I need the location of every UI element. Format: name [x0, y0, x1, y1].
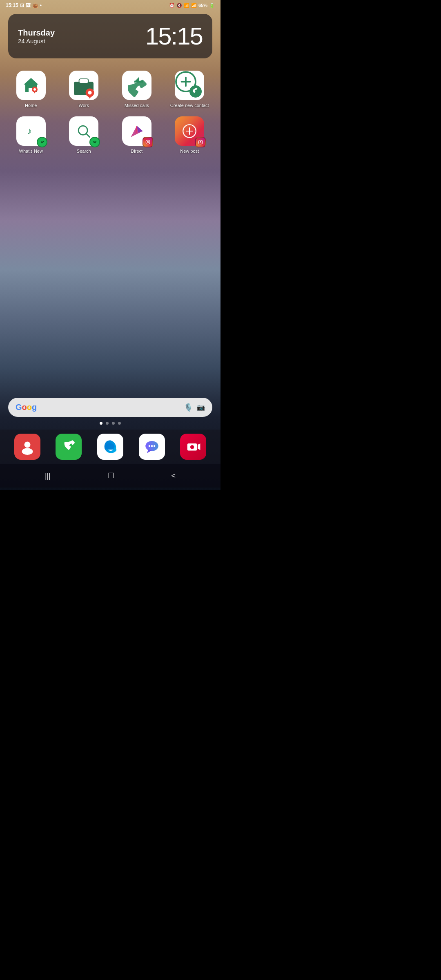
app-icon-missed-calls — [122, 71, 151, 100]
app-item-search[interactable]: Search — [60, 116, 109, 154]
mute-icon: 🔇 — [176, 3, 182, 8]
insta-badge-direct — [143, 137, 153, 147]
svg-marker-39 — [198, 443, 200, 450]
app-grid-row2: ♪ What's New — [0, 112, 220, 158]
svg-line-17 — [87, 134, 90, 137]
dock-item-edge[interactable] — [97, 434, 123, 460]
status-right: ⏰ 🔇 📶 📶 65% 🔋 — [169, 3, 215, 8]
svg-point-13 — [189, 85, 202, 98]
app-label-create-new-contact: Create new contact — [170, 102, 209, 108]
dock-item-phone[interactable] — [56, 434, 82, 460]
app-grid-row1: Home Work — [0, 67, 220, 112]
dot-icon: • — [40, 2, 42, 8]
svg-point-31 — [24, 442, 30, 448]
status-bar: 15:15 ⊡ 🖼 👜 • ⏰ 🔇 📶 📶 65% 🔋 — [0, 0, 220, 10]
app-icon-whats-new: ♪ — [16, 116, 46, 146]
app-label-search: Search — [77, 148, 91, 154]
app-icon-new-post — [175, 116, 204, 146]
svg-point-37 — [154, 445, 155, 447]
dock — [0, 430, 220, 464]
wifi-icon: 📶 — [184, 3, 189, 8]
svg-point-30 — [201, 141, 202, 141]
app-item-missed-calls[interactable]: Missed calls — [112, 71, 161, 108]
svg-point-32 — [22, 448, 33, 455]
page-dot-0[interactable] — [100, 422, 102, 425]
page-dot-3[interactable] — [118, 422, 121, 425]
datetime-widget: Thursday 24 August 15:15 — [8, 14, 212, 58]
insta-badge-new-post — [195, 137, 206, 147]
google-search-bar[interactable]: Goog 🎙️ 📷 — [8, 398, 212, 417]
app-icon-search — [69, 116, 98, 146]
svg-point-8 — [88, 91, 92, 95]
app-item-new-post[interactable]: New post — [165, 116, 214, 154]
svg-point-24 — [149, 141, 149, 141]
alarm-icon: ⏰ — [169, 3, 175, 8]
dock-item-messages[interactable] — [139, 434, 165, 460]
nav-recent-button[interactable]: ||| — [41, 470, 55, 482]
app-label-whats-new: What's New — [19, 148, 43, 154]
app-item-direct[interactable]: Direct — [112, 116, 161, 154]
time-text: 15:15 — [145, 22, 203, 50]
app-label-work: Work — [79, 102, 89, 108]
svg-point-41 — [191, 446, 193, 448]
app-icon-work — [69, 71, 98, 100]
app-icon-direct — [122, 116, 151, 146]
app-label-direct: Direct — [131, 148, 143, 154]
search-bar-container: Goog 🎙️ 📷 — [0, 398, 220, 417]
svg-point-35 — [148, 445, 150, 447]
svg-point-18 — [91, 139, 98, 145]
app-label-home: Home — [25, 102, 37, 108]
app-label-new-post: New post — [180, 148, 199, 154]
nav-bar: ||| ☐ < — [0, 464, 220, 488]
date-month: 24 August — [18, 38, 55, 45]
date-day: Thursday — [18, 28, 55, 38]
svg-point-23 — [147, 142, 149, 143]
svg-point-36 — [151, 445, 152, 447]
app-label-missed-calls: Missed calls — [125, 102, 149, 108]
nav-back-button[interactable]: < — [167, 470, 180, 482]
lens-icon[interactable]: 📷 — [197, 403, 205, 411]
svg-point-15 — [39, 139, 45, 145]
battery-icon: 🔋 — [209, 3, 215, 8]
page-dots — [0, 417, 220, 430]
dock-item-camera[interactable] — [180, 434, 206, 460]
google-logo: Goog — [16, 403, 37, 412]
app-item-whats-new[interactable]: ♪ What's New — [7, 116, 56, 154]
svg-rect-5 — [80, 79, 88, 83]
signal-icon: 📶 — [191, 3, 197, 8]
svg-point-2 — [33, 88, 36, 91]
battery-text: 65% — [198, 3, 207, 8]
page-dot-1[interactable] — [106, 422, 109, 425]
app-item-home[interactable]: Home — [7, 71, 56, 108]
app-item-create-new-contact[interactable]: Create new contact — [165, 71, 214, 108]
app-icon-create-new-contact — [175, 71, 204, 100]
status-time: 15:15 — [6, 2, 18, 8]
app-icon-home — [16, 71, 46, 100]
svg-text:♪: ♪ — [27, 126, 32, 136]
mic-icon[interactable]: 🎙️ — [184, 403, 193, 412]
dock-item-contacts[interactable] — [14, 434, 40, 460]
date-text: Thursday 24 August — [18, 28, 55, 45]
page-dot-2[interactable] — [112, 422, 115, 425]
app-item-work[interactable]: Work — [60, 71, 109, 108]
spotify-badge-whats-new — [37, 137, 47, 147]
status-left: 15:15 ⊡ 🖼 👜 • — [6, 2, 42, 8]
svg-point-29 — [200, 142, 202, 143]
bag-icon: 👜 — [32, 2, 38, 8]
spotify-badge-search — [89, 137, 100, 147]
nav-home-button[interactable]: ☐ — [104, 470, 118, 482]
screenshot-icon: ⊡ — [20, 2, 24, 8]
photo-icon: 🖼 — [26, 2, 31, 8]
